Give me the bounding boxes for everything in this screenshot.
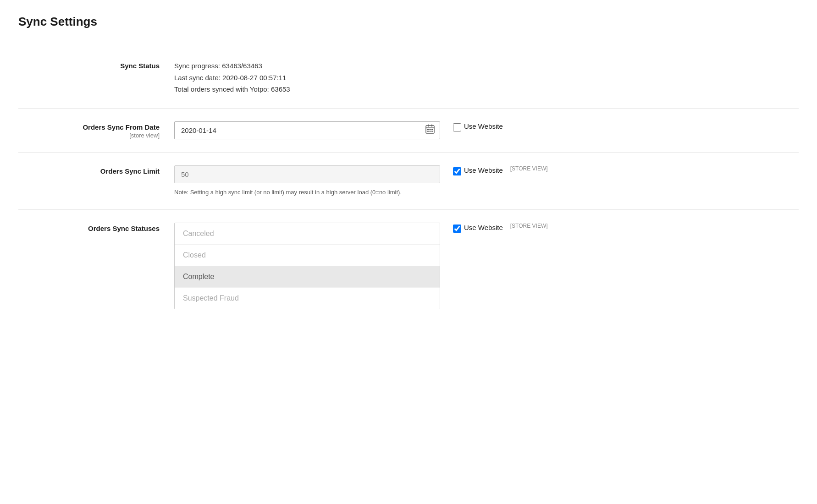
orders-sync-limit-row: Orders Sync Limit Note: Setting a high s… [18, 152, 799, 210]
orders-sync-limit-label-col: Orders Sync Limit [18, 165, 174, 175]
orders-sync-from-date-label: Orders Sync From Date [18, 123, 160, 131]
orders-sync-statuses-input-col: Canceled Closed Complete Suspected Fraud [174, 223, 440, 309]
orders-sync-from-date-input-col [174, 121, 440, 139]
sync-status-text: Sync progress: 63463/63463 Last sync dat… [174, 60, 440, 95]
sync-status-row: Sync Status Sync progress: 63463/63463 L… [18, 47, 799, 108]
date-input-wrapper [174, 121, 440, 139]
orders-sync-limit-use-website-label: Use Website [464, 166, 503, 174]
orders-sync-from-date-use-website-label: Use Website [464, 122, 503, 130]
orders-sync-limit-use-website-checkbox[interactable] [453, 167, 461, 175]
orders-sync-limit-input-col: Note: Setting a high sync limit (or no l… [174, 165, 440, 197]
orders-sync-from-date-input[interactable] [174, 121, 440, 139]
status-option-complete[interactable]: Complete [175, 266, 440, 288]
status-option-canceled[interactable]: Canceled [175, 223, 440, 245]
sync-status-content: Sync progress: 63463/63463 Last sync dat… [174, 60, 440, 95]
orders-sync-limit-store-view-badge: [STORE VIEW] [510, 165, 548, 172]
orders-sync-statuses-label: Orders Sync Statuses [18, 225, 160, 232]
orders-sync-from-date-use-website-col: Use Website [440, 121, 513, 131]
status-option-suspected-fraud[interactable]: Suspected Fraud [175, 288, 440, 309]
status-option-closed[interactable]: Closed [175, 245, 440, 266]
orders-sync-limit-input[interactable] [174, 165, 440, 183]
last-sync-line: Last sync date: 2020-08-27 00:57:11 [174, 72, 440, 84]
orders-sync-from-date-label-col: Orders Sync From Date [store view] [18, 121, 174, 139]
orders-sync-from-date-sublabel: [store view] [18, 132, 160, 139]
orders-sync-limit-use-website-wrapper: Use Website [453, 165, 503, 175]
sync-status-label-col: Sync Status [18, 60, 174, 70]
orders-sync-statuses-select: Canceled Closed Complete Suspected Fraud [174, 223, 440, 309]
orders-sync-from-date-use-website-checkbox[interactable] [453, 123, 461, 131]
orders-sync-limit-note: Note: Setting a high sync limit (or no l… [174, 188, 440, 197]
page-title: Sync Settings [18, 15, 799, 29]
total-orders-line: Total orders synced with Yotpo: 63653 [174, 83, 440, 95]
orders-sync-statuses-store-view-badge: [STORE VIEW] [510, 223, 548, 229]
sync-status-label: Sync Status [18, 62, 160, 70]
orders-sync-statuses-use-website-checkbox[interactable] [453, 225, 461, 233]
orders-sync-from-date-use-website-wrapper: Use Website [453, 121, 503, 131]
orders-sync-statuses-use-website-label: Use Website [464, 224, 503, 231]
orders-sync-limit-label: Orders Sync Limit [18, 167, 160, 175]
orders-sync-from-date-row: Orders Sync From Date [store view] [18, 108, 799, 152]
orders-sync-statuses-label-col: Orders Sync Statuses [18, 223, 174, 232]
sync-progress-line: Sync progress: 63463/63463 [174, 60, 440, 72]
orders-sync-limit-use-website-col: Use Website [STORE VIEW] [440, 165, 548, 175]
orders-sync-statuses-use-website-wrapper: Use Website [453, 223, 503, 233]
settings-container: Sync Status Sync progress: 63463/63463 L… [18, 47, 799, 322]
orders-sync-statuses-row: Orders Sync Statuses Canceled Closed Com… [18, 209, 799, 322]
orders-sync-statuses-use-website-col: Use Website [STORE VIEW] [440, 223, 548, 233]
